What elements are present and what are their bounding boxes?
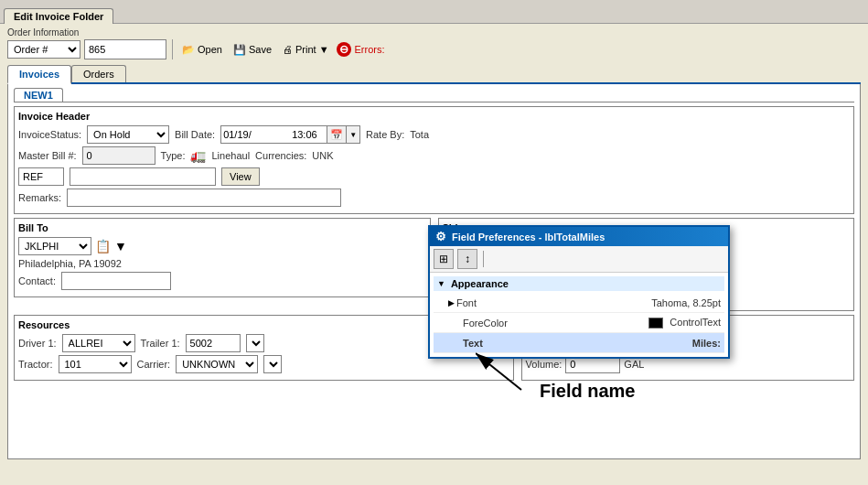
bill-time-input[interactable]	[290, 128, 327, 141]
order-number-input[interactable]	[84, 39, 166, 59]
bill-date-calendar-btn[interactable]: 📅	[327, 126, 346, 143]
forecolor-label: ForeColor	[463, 318, 648, 329]
view-button[interactable]: View	[221, 167, 260, 186]
edit-invoice-folder-tab[interactable]: Edit Invoice Folder	[4, 8, 113, 24]
bill-date-dropdown-btn[interactable]: ▼	[346, 126, 359, 143]
currencies-label: Currencies:	[255, 150, 306, 161]
sort-az-icon: ↕	[465, 253, 470, 265]
type-value: Linehaul	[211, 150, 250, 161]
type-icon: 🚛	[190, 148, 206, 163]
sub-tab-new1[interactable]: NEW1	[14, 88, 63, 102]
errors-icon: ⊖	[337, 42, 351, 57]
bill-to-address: Philadelphia, PA 19092	[18, 258, 122, 269]
total-label: Tota	[410, 129, 429, 140]
save-button[interactable]: 💾 Save	[230, 43, 275, 57]
chevron-right-icon: ▶	[448, 298, 455, 307]
font-value: Tahoma, 8.25pt	[651, 297, 721, 308]
popup-sort-btn[interactable]: ↕	[457, 249, 477, 269]
contact-label: Contact:	[18, 275, 56, 286]
print-dropdown-arrow[interactable]: ▼	[319, 44, 329, 55]
tractor-select[interactable]: 101	[59, 355, 132, 373]
bill-to-section: Bill To JKLPHI 📋 ▼ Philadelphia, PA 1909…	[14, 218, 431, 297]
bill-date-input-wrap: 📅 ▼	[220, 125, 360, 144]
text-value: Miles:	[692, 338, 721, 349]
carrier-select[interactable]: UNKNOWN	[176, 355, 258, 373]
popup-grid-btn[interactable]: ⊞	[434, 249, 454, 269]
text-row[interactable]: Text Miles:	[434, 333, 724, 353]
popup-title: Field Preferences - lblTotalMiles	[452, 232, 605, 242]
popup-title-bar[interactable]: ⚙ Field Preferences - lblTotalMiles	[430, 227, 728, 246]
status-label: InvoiceStatus:	[18, 129, 81, 140]
popup-toolbar: ⊞ ↕	[430, 246, 728, 273]
text-label: Text	[463, 338, 692, 349]
bill-date-input[interactable]	[221, 128, 290, 141]
bill-to-lookup-btn[interactable]: 📋	[95, 239, 111, 253]
appearance-label: Appearance	[451, 278, 509, 289]
field-preferences-popup: ⚙ Field Preferences - lblTotalMiles ⊞ ↕ …	[428, 225, 730, 359]
order-field-select[interactable]: Order #	[7, 40, 80, 59]
type-label: Type:	[161, 150, 186, 161]
remarks-label: Remarks:	[18, 192, 61, 203]
currencies-value: UNK	[312, 150, 333, 161]
master-bill-label: Master Bill #:	[18, 150, 77, 161]
contact-input[interactable]	[61, 272, 171, 290]
ref-value-input[interactable]	[70, 167, 216, 186]
grid-icon: ⊞	[439, 253, 448, 265]
forecolor-swatch	[648, 318, 663, 329]
rate-by-label: Rate By:	[366, 129, 404, 140]
popup-content: ▼ Appearance ▶ Font Tahoma, 8.25pt ForeC…	[430, 273, 728, 357]
bill-to-title: Bill To	[18, 222, 426, 233]
print-icon: 🖨	[283, 44, 293, 55]
tab-invoices[interactable]: Invoices	[7, 65, 71, 84]
carrier-label: Carrier:	[137, 359, 171, 370]
font-row[interactable]: ▶ Font Tahoma, 8.25pt	[434, 293, 724, 313]
trailer1-label: Trailer 1:	[141, 338, 180, 349]
forecolor-value: ControlText	[648, 317, 721, 329]
popup-icon: ⚙	[435, 230, 446, 243]
appearance-header[interactable]: ▼ Appearance	[434, 276, 724, 291]
folder-open-icon: 📂	[182, 44, 195, 56]
tab-orders[interactable]: Orders	[71, 65, 126, 82]
remarks-input[interactable]	[67, 189, 341, 207]
bill-to-code-select[interactable]: JKLPHI	[18, 237, 91, 255]
print-button[interactable]: 🖨 Print ▼	[279, 43, 333, 56]
open-button[interactable]: 📂 Open	[178, 43, 226, 57]
status-select[interactable]: On Hold	[87, 125, 169, 144]
font-label: Font	[456, 297, 651, 308]
save-icon: 💾	[233, 44, 246, 56]
driver1-label: Driver 1:	[18, 338, 57, 349]
carrier-dropdown[interactable]: ▼	[263, 355, 282, 373]
forecolor-row[interactable]: ForeColor ControlText	[434, 313, 724, 333]
driver1-select[interactable]: ALLREI	[62, 334, 135, 352]
tractor-label: Tractor:	[18, 359, 53, 370]
ref-type-input[interactable]	[18, 167, 64, 186]
master-bill-input[interactable]	[82, 146, 155, 165]
bill-date-label: Bill Date:	[175, 129, 215, 140]
errors-label: Errors:	[355, 44, 385, 55]
volume-label: Volume:	[526, 359, 563, 370]
order-info-label: Order Information	[7, 27, 861, 38]
invoice-header-title: Invoice Header	[18, 111, 850, 122]
volume-unit: GAL	[624, 359, 644, 370]
chevron-down-icon: ▼	[437, 279, 445, 288]
trailer1-input[interactable]	[186, 334, 241, 352]
trailer1-dropdown[interactable]: ▼	[246, 334, 264, 352]
bill-to-dropdown-btn[interactable]: ▼	[114, 239, 127, 253]
